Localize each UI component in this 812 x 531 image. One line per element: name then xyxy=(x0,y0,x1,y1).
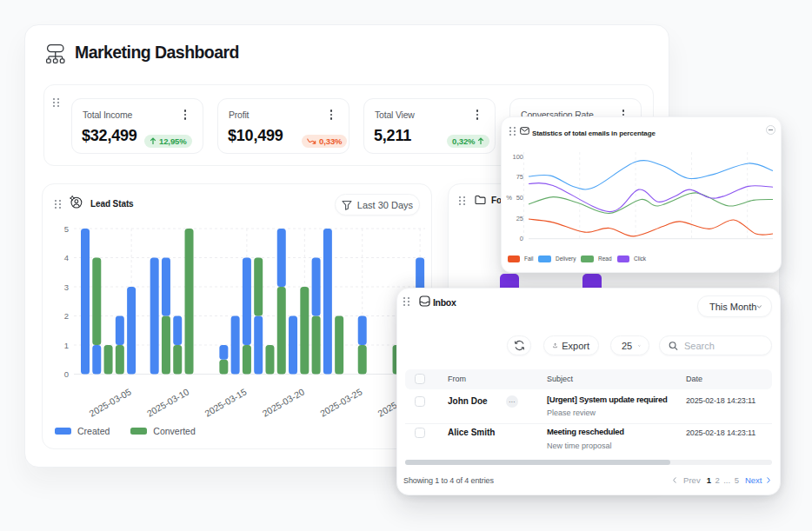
row-preview: New time proposal xyxy=(547,441,612,450)
kebab-menu-icon[interactable] xyxy=(471,109,483,121)
svg-text:2025-03-10: 2025-03-10 xyxy=(145,386,191,418)
chevron-left-icon[interactable] xyxy=(672,476,677,484)
page-title: Marketing Dashboard xyxy=(75,43,239,63)
trend-badge: 0,33% xyxy=(302,135,347,148)
row-subject: Meeting rescheduled xyxy=(547,427,624,436)
sitemap-icon xyxy=(45,43,65,65)
scrollbar-track[interactable] xyxy=(405,460,772,465)
row-divider xyxy=(405,423,772,424)
svg-text:4: 4 xyxy=(64,253,69,262)
card-title: Statistics of total emails in percentage xyxy=(532,129,656,137)
refresh-icon xyxy=(514,340,525,351)
refresh-button[interactable] xyxy=(507,335,531,355)
row-from: Alice Smith xyxy=(448,428,495,437)
svg-text:0: 0 xyxy=(520,235,523,242)
prev-button[interactable]: Prev xyxy=(683,475,701,485)
legend-label: Click xyxy=(634,256,646,262)
svg-text:25: 25 xyxy=(516,215,523,222)
svg-text:50: 50 xyxy=(516,194,523,202)
card-title: Inbox xyxy=(433,297,456,308)
drag-handle-icon[interactable] xyxy=(509,127,516,136)
legend-item: Created xyxy=(55,426,110,436)
legend-label: Fail xyxy=(524,256,533,262)
kebab-menu-icon[interactable] xyxy=(325,109,337,121)
row-preview: Please review xyxy=(547,408,596,417)
chevron-down-icon xyxy=(756,304,762,309)
upload-icon xyxy=(553,340,557,351)
badge-text: 0,32% xyxy=(452,136,475,146)
funnel-icon xyxy=(342,200,352,210)
stat-card-total-income: Total Income $32,499 12,95% xyxy=(71,98,203,154)
chevron-right-icon[interactable] xyxy=(766,476,771,484)
period-select[interactable]: This Month xyxy=(697,295,772,317)
column-header-from: From xyxy=(448,375,466,383)
email-stats-card: Statistics of total emails in percentage… xyxy=(501,116,782,273)
stat-card-profit: Profit $10,499 0,33% xyxy=(217,98,349,154)
trend-badge: 12,95% xyxy=(144,135,192,148)
envelope-icon xyxy=(520,127,529,135)
row-menu-button[interactable]: ... xyxy=(506,395,518,408)
select-all-checkbox[interactable] xyxy=(415,374,425,384)
column-header-subject: Subject xyxy=(547,375,573,383)
page-size-value: 25 xyxy=(622,341,632,351)
minimize-button[interactable] xyxy=(766,125,775,135)
filter-button-label: Last 30 Days xyxy=(357,200,413,210)
entries-summary: Showing 1 to 4 of 4 entries xyxy=(403,476,494,485)
drag-handle-icon[interactable] xyxy=(53,98,59,107)
svg-text:2025-03-20: 2025-03-20 xyxy=(261,386,307,418)
next-button[interactable]: Next xyxy=(745,475,762,485)
table-header: From Subject Date xyxy=(405,369,772,389)
svg-text:2025-03-25: 2025-03-25 xyxy=(318,386,364,418)
stat-title: Profit xyxy=(229,110,249,120)
filter-button[interactable]: Last 30 Days xyxy=(335,194,420,216)
email-line-chart: 0255075100% xyxy=(502,117,782,274)
row-date: 2025-02-18 14:23:11 xyxy=(686,428,755,437)
pagination: Prev 1 2 ... 5 Next xyxy=(672,475,771,485)
page-2[interactable]: 2 xyxy=(715,475,719,485)
drag-handle-icon[interactable] xyxy=(55,200,61,209)
inbox-icon xyxy=(419,295,430,307)
stat-value: 5,211 xyxy=(374,127,411,145)
legend-swatch-delivery xyxy=(538,256,551,262)
legend-label: Created xyxy=(77,426,110,436)
export-button[interactable]: Export xyxy=(543,335,599,355)
legend-swatch-created xyxy=(55,428,71,435)
scrollbar-thumb[interactable] xyxy=(405,460,670,465)
badge-text: 12,95% xyxy=(159,136,187,146)
period-select-label: This Month xyxy=(709,302,756,312)
page-size-select[interactable]: 25 xyxy=(610,335,649,355)
stat-card-total-view: Total View 5,211 0,32% xyxy=(363,98,496,154)
badge-text: 0,33% xyxy=(319,136,342,146)
svg-text:100: 100 xyxy=(512,153,523,161)
stat-title: Total Income xyxy=(83,110,132,120)
legend-swatch-fail xyxy=(508,256,521,262)
lead-user-icon xyxy=(70,196,83,209)
svg-text:1: 1 xyxy=(64,341,69,350)
row-checkbox[interactable] xyxy=(415,428,425,438)
legend-swatch-converted xyxy=(130,428,147,435)
drag-handle-icon[interactable] xyxy=(403,297,409,306)
svg-text:2025-03-05: 2025-03-05 xyxy=(87,386,133,418)
arrow-up-icon xyxy=(477,137,484,145)
search-box xyxy=(659,335,772,355)
trend-badge: 0,32% xyxy=(447,135,489,148)
row-date: 2025-02-18 14:23:11 xyxy=(686,396,755,405)
legend-swatch-read xyxy=(581,256,594,262)
card-title: Lead Stats xyxy=(90,199,134,209)
page-1[interactable]: 1 xyxy=(707,475,711,485)
row-checkbox[interactable] xyxy=(415,396,425,407)
legend-swatch-click xyxy=(617,256,630,262)
svg-text:2: 2 xyxy=(64,311,69,321)
column-header-date: Date xyxy=(686,375,702,383)
page-ellipsis: ... xyxy=(723,475,730,485)
chart-legend: FailDeliveryReadClick xyxy=(508,256,652,262)
search-input[interactable] xyxy=(684,341,762,351)
kebab-menu-icon[interactable] xyxy=(179,109,191,121)
svg-text:2025-03-15: 2025-03-15 xyxy=(203,386,249,418)
lead-stats-bar-chart: 0123452025-03-052025-03-102025-03-152025… xyxy=(43,184,433,450)
stat-title: Total View xyxy=(375,110,415,120)
page-5[interactable]: 5 xyxy=(735,475,739,485)
chevron-down-icon xyxy=(638,343,641,348)
svg-text:3: 3 xyxy=(64,282,69,292)
svg-text:0: 0 xyxy=(64,369,69,379)
